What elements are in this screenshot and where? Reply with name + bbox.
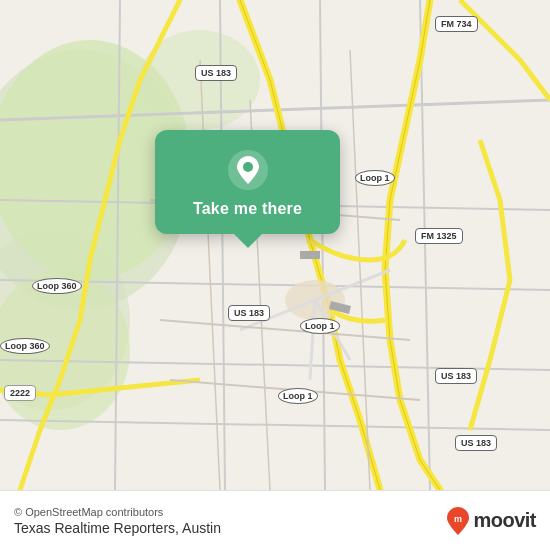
road-badge-us183-mid: US 183 <box>228 305 270 321</box>
moovit-pin-icon: m <box>447 507 469 535</box>
road-badge-2222: 2222 <box>4 385 36 401</box>
map-roads <box>0 0 550 490</box>
svg-text:m: m <box>454 514 462 524</box>
map-container: US 183 Loop 1 Loop 1 Loop 1 US 183 US 18… <box>0 0 550 490</box>
attribution-text: © OpenStreetMap contributors <box>14 506 447 518</box>
road-badge-loop360-bot: Loop 360 <box>0 338 50 354</box>
moovit-brand-text: moovit <box>473 509 536 532</box>
location-pin-icon <box>226 148 270 192</box>
svg-point-29 <box>243 162 253 172</box>
road-badge-us183-top: US 183 <box>195 65 237 81</box>
moovit-logo: m moovit <box>447 507 536 535</box>
road-badge-fm1325: FM 1325 <box>415 228 463 244</box>
road-badge-loop1-bot: Loop 1 <box>278 388 318 404</box>
road-badge-us183-right: US 183 <box>435 368 477 384</box>
place-name: Texas Realtime Reporters, Austin <box>14 520 447 536</box>
road-badge-loop1-top: Loop 1 <box>355 170 395 186</box>
popup-card[interactable]: Take me there <box>155 130 340 234</box>
svg-line-27 <box>330 305 350 310</box>
road-badge-fm734: FM 734 <box>435 16 478 32</box>
road-badge-us183-bot: US 183 <box>455 435 497 451</box>
road-badge-loop1-mid: Loop 1 <box>300 318 340 334</box>
popup-label: Take me there <box>193 200 302 218</box>
bottom-bar: © OpenStreetMap contributors Texas Realt… <box>0 490 550 550</box>
road-badge-loop360-top: Loop 360 <box>32 278 82 294</box>
